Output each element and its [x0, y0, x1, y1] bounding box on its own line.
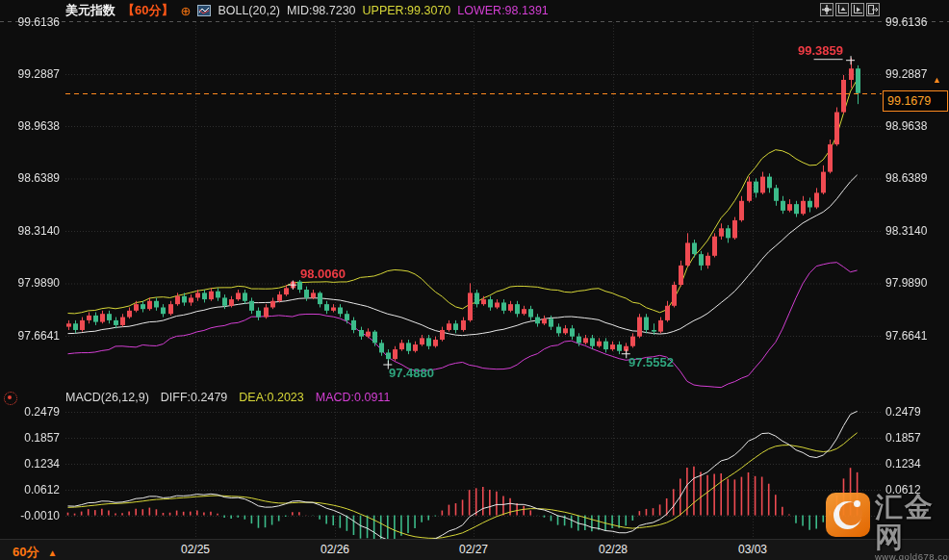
low-price-annotation: 97.5552 — [628, 355, 674, 369]
date-axis-label: 02/25 — [167, 543, 224, 556]
price-axis-label: 99.2887 — [0, 67, 60, 81]
price-axis-label: 98.3140 — [0, 224, 60, 238]
date-axis-label: 02/27 — [445, 543, 502, 556]
pan-right-icon[interactable] — [866, 3, 880, 16]
price-axis-label: 97.6641 — [885, 329, 927, 343]
macd-axis-label: 0.1234 — [0, 457, 60, 471]
price-axis-label: 99.6136 — [885, 15, 927, 29]
mini-chart-icon[interactable] — [197, 5, 211, 16]
price-axis-label: 98.9638 — [885, 119, 927, 133]
peak-price-annotation: 98.0060 — [300, 267, 346, 281]
high-price-annotation: 99.3859 — [792, 43, 843, 58]
price-axis-label: 98.6389 — [885, 171, 927, 185]
price-up-arrow-icon: ▲ — [933, 75, 941, 85]
current-price-badge[interactable]: 99.1679 — [883, 90, 948, 112]
interval-label: 60分 — [13, 544, 38, 560]
macd-axis-label: 0.1234 — [885, 457, 921, 471]
logo-text: 汇金网 — [875, 493, 949, 552]
chart-canvas[interactable] — [0, 0, 949, 560]
axis-zoom-up-icon[interactable] — [835, 3, 849, 16]
date-axis-label: 02/26 — [306, 543, 364, 556]
boll-upper-value: UPPER:99.3070 — [363, 4, 451, 17]
macd-axis-label: 0.0612 — [0, 483, 60, 496]
interval-up-arrow-icon: ▲ — [47, 547, 57, 558]
logo-url: www.gold678.com — [875, 551, 949, 560]
interval-selector[interactable]: 60分 ▲ — [13, 544, 57, 560]
boll-label: BOLL(20,2) — [218, 4, 280, 17]
date-axis-label: 03/03 — [724, 543, 782, 556]
macd-axis-label: 0.2479 — [885, 405, 921, 419]
period-tag[interactable]: 【60分】 — [122, 2, 173, 19]
macd-axis-label: -0.0010 — [0, 509, 60, 522]
price-axis-label: 99.2887 — [885, 67, 927, 81]
low-price-annotation: 97.4880 — [389, 366, 434, 380]
site-watermark: 汇金网 www.gold678.com — [826, 493, 949, 560]
boll-mid-value: MID:98.7230 — [287, 4, 356, 17]
crosshair-move-icon[interactable] — [820, 3, 834, 16]
chart-toolbar — [820, 3, 880, 16]
macd-axis-label: 0.1857 — [885, 431, 921, 445]
chart-header: 美元指数 【60分】 ⊕ BOLL(20,2) MID:98.7230 UPPE… — [0, 0, 949, 21]
date-axis-label: 02/28 — [584, 543, 642, 556]
price-axis-label: 98.6389 — [0, 171, 60, 185]
macd-label: MACD(26,12,9) — [65, 391, 149, 404]
chart-window: 美元指数 【60分】 ⊕ BOLL(20,2) MID:98.7230 UPPE… — [0, 0, 949, 560]
symbol-title: 美元指数 — [65, 2, 115, 19]
price-axis-label: 98.3140 — [885, 224, 927, 238]
axis-play-icon[interactable] — [851, 3, 864, 16]
price-axis-label: 98.9638 — [0, 119, 60, 133]
gold678-logo-icon — [826, 493, 870, 537]
price-axis-label: 97.9890 — [0, 276, 60, 290]
price-axis-label: 97.9890 — [885, 276, 927, 290]
price-axis-label: 97.6641 — [0, 329, 60, 343]
macd-axis-label: 0.1857 — [0, 431, 60, 445]
macd-header: MACD(26,12,9) DIFF:0.2479 DEA:0.2023 MAC… — [65, 391, 390, 404]
macd-dea-value: DEA:0.2023 — [239, 391, 303, 404]
macd-axis-label: 0.2479 — [0, 405, 60, 419]
macd-diff-value: DIFF:0.2479 — [161, 391, 227, 404]
alert-sun-icon[interactable] — [4, 392, 17, 405]
add-indicator-icon[interactable]: ⊕ — [180, 5, 191, 17]
macd-hist-value: MACD:0.0911 — [316, 391, 391, 404]
price-axis-label: 99.6136 — [0, 15, 60, 29]
boll-lower-value: LOWER:98.1391 — [457, 4, 549, 17]
